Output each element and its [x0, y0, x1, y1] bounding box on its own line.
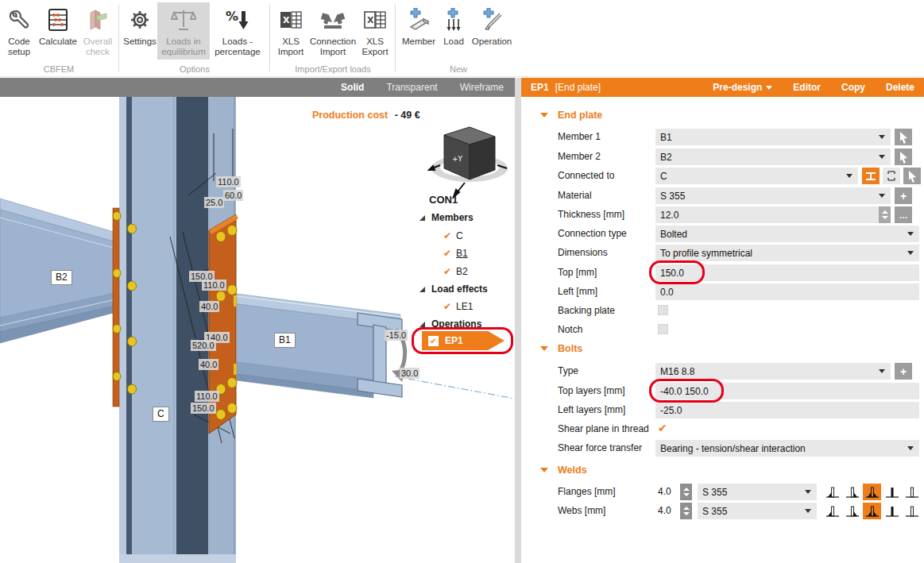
checkbox-checked-icon[interactable]: ✔ [428, 336, 439, 346]
new-load-button[interactable]: Load [439, 2, 469, 60]
weld-type-butt[interactable] [883, 503, 901, 519]
tree-item-le1[interactable]: ✔ LE1 [443, 301, 473, 312]
delete-button[interactable]: Delete [886, 82, 914, 93]
overall-check-button[interactable]: Overall check [79, 2, 116, 60]
tree-group-operations[interactable]: Operations [419, 318, 481, 330]
panel-splitter[interactable] [515, 78, 521, 563]
tab-transparent[interactable]: Transparent [386, 82, 437, 93]
more-options-button[interactable]: … [895, 206, 912, 223]
weld-type-fillet-both-selected[interactable] [863, 484, 881, 500]
dim-label: 40.0 [199, 359, 218, 370]
new-member-button[interactable]: Member [399, 2, 439, 60]
flange-weld-material-select[interactable]: S 355 [698, 484, 817, 500]
web-weld-size[interactable]: 4.0 [658, 505, 671, 516]
settings-button[interactable]: Settings [122, 2, 157, 60]
editor-button[interactable]: Editor [793, 82, 821, 93]
expander-icon[interactable] [419, 322, 425, 327]
dim-label: 30.0 [400, 368, 419, 379]
section-end-plate[interactable]: End plate [540, 110, 602, 121]
checkbox-checked-icon[interactable]: ✔ [443, 266, 451, 277]
tab-solid[interactable]: Solid [341, 82, 364, 93]
tree-item-c[interactable]: ✔ C [443, 230, 463, 241]
web-weld-stepper[interactable] [680, 503, 692, 519]
svg-text:X: X [367, 15, 374, 25]
pick-member-button[interactable] [903, 168, 921, 184]
ribbon-toolbar: Code setup Calculate Overall check CBFEM [0, 0, 924, 77]
weld-type-fillet-both-selected[interactable] [863, 503, 881, 519]
xls-import-icon: X [279, 5, 303, 35]
left-layers-input[interactable]: -25.0 [655, 402, 919, 418]
section-welds[interactable]: Welds [540, 465, 587, 476]
xls-import-button[interactable]: X XLS Import [273, 2, 308, 60]
pick-member-button[interactable] [895, 129, 912, 145]
tab-wireframe[interactable]: Wireframe [460, 82, 504, 93]
shear-plane-checkbox-checked[interactable]: ✔ [658, 422, 667, 434]
checkbox-checked-icon[interactable]: ✔ [443, 248, 451, 259]
calculate-button[interactable]: Calculate [37, 2, 79, 60]
connection-type-select[interactable]: Bolted [655, 226, 919, 242]
beam-face-toggle[interactable] [862, 168, 880, 184]
xls-export-button[interactable]: X XLS Export [358, 2, 392, 60]
expander-icon[interactable] [419, 215, 425, 221]
section-bolts[interactable]: Bolts [540, 343, 582, 354]
tree-group-load-effects[interactable]: Load effects [419, 283, 488, 295]
thickness-stepper[interactable] [879, 206, 891, 223]
top-offset-input[interactable]: 150.0 [655, 264, 919, 281]
weld-type-fillet-left[interactable] [823, 503, 841, 519]
row-connection-type: Connection type Bolted [521, 226, 924, 243]
flange-weld-size[interactable]: 4.0 [658, 486, 671, 497]
gear-icon [128, 5, 152, 35]
weld-type-none[interactable] [903, 484, 921, 500]
bolt-type-select[interactable]: M16 8.8 [655, 363, 891, 380]
weld-type-fillet-left[interactable] [823, 484, 841, 500]
expander-icon[interactable] [419, 287, 425, 292]
checkbox-checked-icon[interactable]: ✔ [443, 230, 451, 241]
chevron-down-icon [907, 446, 914, 450]
left-offset-input[interactable]: 0.0 [655, 283, 919, 300]
connection-import-button[interactable]: Connection Import [308, 2, 358, 60]
collapse-icon [540, 468, 548, 472]
pick-member-button[interactable] [895, 148, 912, 165]
tree-group-members[interactable]: Members [419, 212, 474, 223]
navigation-cube[interactable]: ​ +Y [427, 119, 512, 203]
dim-label: 110.0 [216, 176, 241, 187]
predesign-button[interactable]: Pre-design [713, 82, 772, 93]
top-layers-input[interactable]: -40.0 150.0 [655, 383, 919, 399]
checkbox-checked-icon[interactable]: ✔ [443, 301, 451, 312]
copy-button[interactable]: Copy [841, 82, 865, 93]
tree-item-ep1-selected[interactable]: ✔ EP1 [422, 331, 505, 350]
operation-type: [End plate] [555, 82, 601, 93]
member2-select[interactable]: B2 [655, 148, 891, 165]
add-bolt-assembly-button[interactable]: + [895, 363, 912, 380]
tree-item-b1[interactable]: ✔ B1 [443, 248, 468, 259]
tree-item-b2[interactable]: ✔ B2 [443, 266, 468, 277]
loads-percentage-button[interactable]: % Loads - percentage [210, 2, 265, 60]
backing-plate-checkbox[interactable] [658, 305, 668, 315]
weld-type-fillet-right[interactable] [843, 503, 861, 519]
flange-weld-stepper[interactable] [680, 484, 692, 500]
member1-select[interactable]: B1 [655, 129, 891, 145]
viewport-3d[interactable]: Production cost - 49 € ​ +Y B2 B1 C 110.… [0, 97, 515, 563]
web-weld-material-select[interactable]: S 355 [698, 503, 817, 519]
shear-force-transfer-select[interactable]: Bearing - tension/shear interaction [655, 440, 919, 457]
xls-export-icon: X [363, 5, 387, 35]
tree-root-con1[interactable]: CON1 [429, 194, 458, 206]
notch-checkbox[interactable] [658, 324, 668, 334]
weld-type-fillet-right[interactable] [843, 484, 861, 500]
dim-label: 150.0 [191, 403, 216, 414]
ribbon-separator [269, 5, 270, 71]
loads-in-equilibrium-button[interactable]: Loads in equilibrium [157, 2, 210, 60]
dim-label: -15.0 [385, 330, 408, 341]
dimensions-select[interactable]: To profile symmetrical [655, 245, 919, 261]
thickness-input[interactable]: 12.0 [655, 206, 891, 223]
beam-check-icon [86, 5, 110, 35]
code-setup-button[interactable]: Code setup [2, 2, 37, 60]
weld-type-none[interactable] [903, 503, 921, 519]
weld-type-butt[interactable] [883, 484, 901, 500]
add-material-button[interactable]: + [895, 187, 912, 204]
material-select[interactable]: S 355 [655, 187, 891, 204]
ribbon-separator [395, 5, 396, 71]
column-face-toggle[interactable] [883, 168, 900, 184]
new-operation-button[interactable]: Operation [469, 2, 515, 60]
connected-to-select[interactable]: C [655, 168, 858, 184]
